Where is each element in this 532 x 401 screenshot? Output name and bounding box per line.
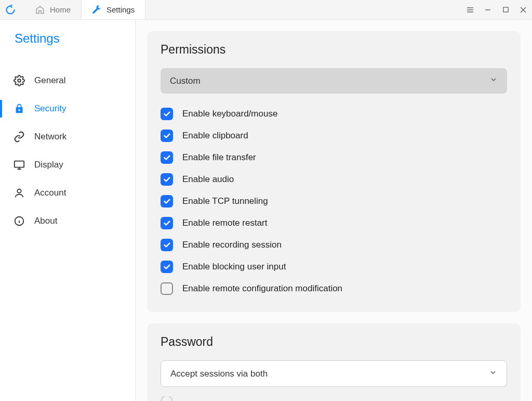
checkbox-checked-icon[interactable] [161, 195, 173, 208]
chevron-down-icon [489, 368, 497, 379]
permissions-card: Permissions Custom Enable keyboard/mouse… [147, 31, 521, 312]
checkbox-checked-icon[interactable] [161, 217, 173, 229]
svg-point-3 [17, 189, 21, 193]
permissions-list: Enable keyboard/mouseEnable clipboardEna… [161, 103, 507, 300]
checkbox-checked-icon[interactable] [161, 151, 173, 164]
sidebar-item-label: Network [34, 132, 66, 142]
checkbox-checked-icon[interactable] [161, 173, 173, 186]
checkbox-unchecked-icon[interactable] [161, 282, 173, 295]
window-controls [466, 5, 528, 15]
minimize-icon[interactable] [483, 5, 493, 15]
permission-label: Enable TCP tunneling [182, 196, 268, 206]
permission-label: Enable keyboard/mouse [182, 109, 277, 119]
permission-row[interactable]: Enable remote restart [161, 212, 507, 234]
home-icon [35, 5, 45, 15]
permissions-preset-select[interactable]: Custom [161, 68, 507, 94]
titlebar: Home Settings [0, 0, 532, 20]
password-title: Password [161, 335, 507, 349]
permission-label: Enable clipboard [182, 131, 248, 141]
password-mode-value: Accept sessions via both [170, 369, 268, 379]
tab-bar: Home Settings [25, 0, 145, 19]
gear-icon [14, 75, 25, 86]
sidebar-item-security[interactable]: Security [0, 95, 135, 123]
sidebar-item-display[interactable]: Display [0, 151, 135, 179]
maximize-icon[interactable] [501, 5, 510, 15]
checkbox-checked-icon[interactable] [161, 261, 173, 273]
menu-icon[interactable] [466, 5, 475, 15]
permissions-preset-value: Custom [170, 76, 201, 86]
tab-home-label: Home [50, 5, 71, 14]
tab-settings[interactable]: Settings [81, 0, 145, 19]
checkbox-checked-icon[interactable] [161, 108, 173, 120]
sidebar-item-label: Display [34, 160, 63, 170]
svg-rect-0 [503, 7, 508, 12]
permission-row[interactable]: Enable clipboard [161, 125, 507, 147]
sidebar-item-label: About [34, 216, 57, 226]
permission-row[interactable]: Enable file transfer [161, 147, 507, 169]
sidebar-item-general[interactable]: General [0, 67, 135, 95]
sidebar-item-network[interactable]: Network [0, 123, 135, 151]
permission-row[interactable]: Enable audio [161, 169, 507, 190]
sidebar-title: Settings [0, 29, 135, 67]
permission-row[interactable]: Enable blocking user input [161, 256, 507, 278]
svg-point-1 [18, 79, 21, 82]
lock-icon [14, 103, 25, 114]
password-mode-select[interactable]: Accept sessions via both [161, 360, 507, 387]
user-icon [14, 187, 25, 199]
permission-label: Enable blocking user input [182, 262, 286, 272]
wrench-icon [92, 5, 101, 15]
svg-rect-2 [15, 161, 24, 167]
permission-row[interactable]: Enable recording session [161, 234, 507, 256]
close-icon[interactable] [518, 5, 528, 15]
chevron-down-icon [489, 75, 498, 86]
sidebar-item-label: General [34, 75, 65, 86]
sidebar: Settings General Security [0, 20, 136, 401]
radio-icon[interactable] [161, 396, 173, 401]
app-logo-icon [5, 5, 16, 15]
permission-row[interactable]: Enable remote configuration modification [161, 278, 507, 300]
permission-label: Enable remote restart [182, 218, 267, 228]
permission-row[interactable]: Enable TCP tunneling [161, 190, 507, 212]
permission-label: Enable recording session [182, 240, 282, 250]
permission-label: Enable audio [182, 174, 234, 185]
permission-label: Enable remote configuration modification [182, 283, 342, 294]
sidebar-item-label: Security [34, 104, 66, 114]
permission-row[interactable]: Enable keyboard/mouse [161, 103, 507, 125]
sidebar-item-about[interactable]: About [0, 207, 135, 235]
checkbox-checked-icon[interactable] [161, 130, 173, 142]
permission-label: Enable file transfer [182, 152, 256, 163]
permissions-title: Permissions [161, 43, 507, 57]
info-icon [14, 215, 25, 227]
password-card: Password Accept sessions via both [147, 324, 521, 401]
checkbox-checked-icon[interactable] [161, 239, 173, 251]
sidebar-item-account[interactable]: Account [0, 179, 135, 207]
password-option-row[interactable] [161, 396, 507, 401]
link-icon [14, 131, 25, 143]
monitor-icon [14, 159, 25, 171]
tab-home[interactable]: Home [25, 0, 81, 19]
content-area: Permissions Custom Enable keyboard/mouse… [136, 20, 532, 401]
sidebar-item-label: Account [34, 188, 66, 198]
tab-settings-label: Settings [107, 5, 135, 14]
